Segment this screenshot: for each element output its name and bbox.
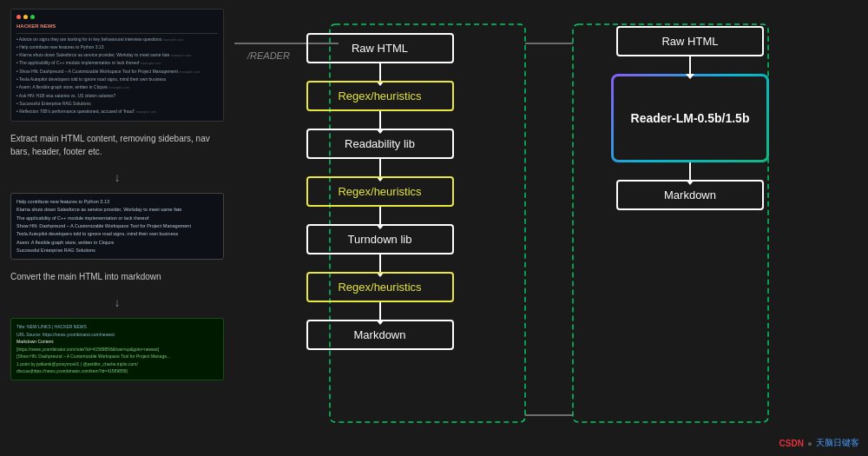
node-regex3: Regex/heuristics	[306, 272, 454, 302]
hackernews-content: HACKER NEWS • Advice on signs they are l…	[16, 23, 218, 115]
list-item: The applicability of C++ module implemen…	[16, 215, 218, 222]
list-item: Asem: A flexible graph store, written in…	[16, 239, 218, 247]
list-item: • Klarna shuts down Salesforce as servic…	[16, 51, 218, 58]
list-item: Help contribute new features to Python 3…	[16, 198, 218, 206]
arrow-2	[379, 111, 381, 129]
extract-desc: Extract main HTML content, removing side…	[10, 129, 224, 162]
right-arrow-2	[689, 162, 691, 180]
list-item: • Reflection 70B's performance questione…	[16, 108, 218, 115]
list-item: • Show HN: Dashpreund – A Customizable W…	[16, 68, 218, 75]
markdown-line: 1 point by jwiliamk@proxymovil1 | @petti…	[16, 360, 218, 368]
list-item: • The applicability of C++ module implem…	[16, 59, 218, 66]
screenshot-markdown: Title: NEW LINKS | HACKER NEWS URL Sourc…	[10, 318, 224, 380]
middle-section: /READER Raw HTML Regex/heuristics Readab…	[234, 0, 512, 456]
node-markdown-right: Markdown	[616, 180, 764, 210]
arrow-3	[379, 159, 381, 176]
watermark: CSDN ● 天脑日键客	[779, 437, 859, 449]
main-container: HACKER NEWS • Advice on signs they are l…	[0, 0, 868, 456]
list-item: HACKER NEWS	[16, 23, 218, 31]
list-item: • Advice on signs they are looking for i…	[16, 36, 218, 43]
node-markdown-mid: Markdown	[306, 320, 454, 350]
list-item: • Asem: A flexible graph store, written …	[16, 83, 218, 90]
list-item: Successful Enterprise RAG Solutions	[16, 247, 218, 254]
node-regex2: Regex/heuristics	[306, 176, 454, 207]
markdown-line: discuss|https://news.ycombinator.com/ite…	[16, 367, 218, 375]
node-regex1: Regex/heuristics	[306, 81, 454, 111]
node-reader-lm: Reader-LM-0.5b/1.5b	[611, 74, 770, 162]
pipeline-wrapper: Raw HTML Regex/heuristics Readability li…	[260, 24, 499, 350]
arrow-down-2: ↓	[10, 294, 224, 311]
dot-green	[30, 15, 35, 19]
node-raw-html-mid: Raw HTML	[306, 33, 454, 63]
left-section: HACKER NEWS • Advice on signs they are l…	[0, 0, 234, 456]
right-pipeline: Raw HTML Reader-LM-0.5b/1.5b Markdown	[525, 17, 855, 210]
list-item: Tesla Autopilot developers told to ignor…	[16, 230, 218, 238]
watermark-site: 天脑日键客	[816, 437, 859, 449]
right-section: Raw HTML Reader-LM-0.5b/1.5b Markdown	[512, 0, 868, 456]
node-turndown: Turndown lib	[306, 224, 454, 254]
screenshot-hackernews: HACKER NEWS • Advice on signs they are l…	[10, 9, 224, 122]
list-item: Show HN: Dashpreund – A Customizable Wor…	[16, 222, 218, 230]
markdown-line: [https://news.ycombinator.com/vote?id=41…	[16, 346, 218, 354]
screenshot-cleaned: Help contribute new features to Python 3…	[10, 193, 224, 260]
list-item: • Help contribute new features to Python…	[16, 43, 218, 50]
arrow-1	[379, 63, 381, 81]
watermark-separator: ●	[807, 439, 812, 448]
arrow-4	[379, 207, 381, 224]
markdown-line: Markdown Content:	[16, 338, 218, 346]
list-item: • Ask HN: H1B visa salaries vs. US citiz…	[16, 92, 218, 99]
list-item: Klarna shuts down Salesforce as service …	[16, 206, 218, 214]
watermark-csdn: CSDN	[779, 439, 804, 448]
node-raw-html-right: Raw HTML	[616, 26, 764, 56]
markdown-line: [Show HN: Dashpreund – A Customizable Wo…	[16, 353, 218, 360]
convert-desc: Convert the main HTML into markdown	[10, 267, 224, 287]
right-arrow-1	[689, 56, 691, 74]
dot-red	[16, 15, 21, 19]
arrow-down-1: ↓	[10, 169, 224, 186]
list-item: • Successful Enterprise RAG Solutions	[16, 100, 218, 107]
node-readability: Readability lib	[306, 129, 454, 159]
dot-yellow	[23, 15, 28, 19]
list-item: • Tesla Autopilot developers told to ign…	[16, 76, 218, 83]
arrow-5	[379, 254, 381, 272]
arrow-6	[379, 302, 381, 320]
markdown-line: Title: NEW LINKS | HACKER NEWS	[16, 323, 218, 331]
markdown-line: URL Source: https://news.ycombinator.com…	[16, 331, 218, 339]
